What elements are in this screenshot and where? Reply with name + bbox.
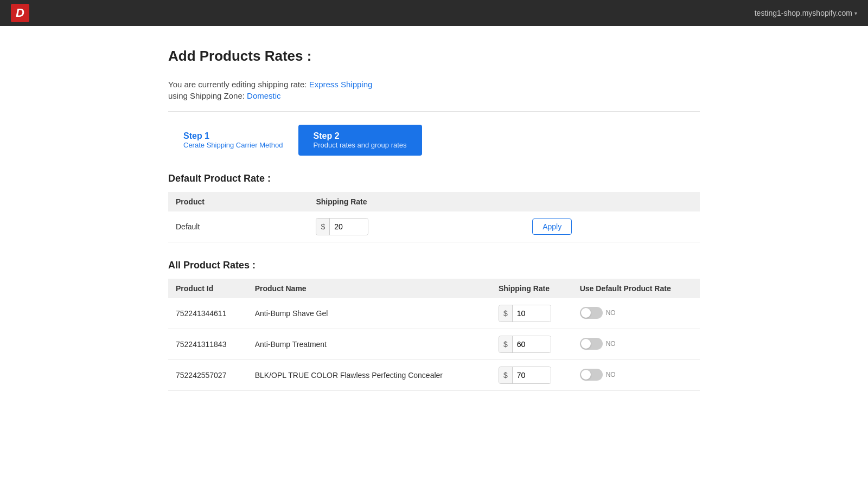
subtitle-rate-line: You are currently editing shipping rate:… <box>168 80 700 89</box>
toggle-state-label: no <box>606 309 616 317</box>
default-row-label: Default <box>168 211 308 242</box>
toggle-knob <box>581 370 591 380</box>
product-rate-input-cell: $ <box>491 329 572 360</box>
use-default-cell: no <box>572 329 700 360</box>
product-rate-input[interactable] <box>513 336 551 352</box>
product-id-cell: 752241344611 <box>168 298 247 329</box>
use-default-cell: no <box>572 360 700 391</box>
express-shipping-link[interactable]: Express Shipping <box>309 80 373 89</box>
store-selector[interactable]: testing1-shop.myshopify.com ▾ <box>755 9 857 17</box>
col-header-action <box>525 192 700 211</box>
section-divider <box>168 111 700 112</box>
use-default-toggle[interactable] <box>580 369 603 381</box>
product-id-cell: 752242557027 <box>168 360 247 391</box>
col-header-product-id: Product Id <box>168 279 247 298</box>
all-product-rates-table: Product Id Product Name Shipping Rate Us… <box>168 279 700 391</box>
domestic-zone-link[interactable]: Domestic <box>247 91 281 100</box>
col-header-use-default: Use Default Product Rate <box>572 279 700 298</box>
table-row: 752241344611 Anti-Bump Shave Gel $ no <box>168 298 700 329</box>
default-rate-row: Default $ Apply <box>168 211 700 242</box>
toggle-state-label: no <box>606 371 616 378</box>
use-default-toggle[interactable] <box>580 338 603 350</box>
apply-button[interactable]: Apply <box>532 219 572 235</box>
step2-button[interactable]: Step 2 Product rates and group rates <box>298 125 422 156</box>
use-default-toggle[interactable] <box>580 307 603 319</box>
step2-desc: Product rates and group rates <box>314 141 407 149</box>
product-name-cell: Anti-Bump Treatment <box>247 329 491 360</box>
main-content: Add Products Rates : You are currently e… <box>136 26 732 430</box>
col-header-shipping-rate: Shipping Rate <box>308 192 525 211</box>
dollar-sign-icon: $ <box>499 305 513 322</box>
product-name-cell: Anti-Bump Shave Gel <box>247 298 491 329</box>
table-row: 752242557027 BLK/OPL TRUE COLOR Flawless… <box>168 360 700 391</box>
step1-desc: Cerate Shipping Carrier Method <box>183 141 283 149</box>
product-rate-input-cell: $ <box>491 298 572 329</box>
product-name-cell: BLK/OPL TRUE COLOR Flawless Perfecting C… <box>247 360 491 391</box>
dollar-sign-icon: $ <box>316 219 330 235</box>
default-rate-input[interactable] <box>330 219 368 235</box>
toggle-knob <box>581 339 591 349</box>
logo-letter: D <box>16 7 24 19</box>
store-name: testing1-shop.myshopify.com <box>755 9 852 17</box>
subtitle-zone-line: using Shipping Zone: Domestic <box>168 91 700 100</box>
dollar-sign-icon: $ <box>499 367 513 383</box>
step1-label: Step 1 <box>183 131 283 141</box>
subtitle-rate-text: You are currently editing shipping rate: <box>168 80 307 89</box>
col-header-product: Product <box>168 192 308 211</box>
steps-row: Step 1 Cerate Shipping Carrier Method St… <box>168 125 700 156</box>
default-rate-apply-cell: Apply <box>525 211 700 242</box>
subtitle-zone-text: using Shipping Zone: <box>168 91 245 100</box>
product-rate-dollar-input[interactable]: $ <box>499 336 551 353</box>
default-rate-dollar-input[interactable]: $ <box>316 218 368 235</box>
use-default-toggle-wrap: no <box>580 369 616 381</box>
product-rate-input[interactable] <box>513 305 551 322</box>
toggle-knob <box>581 308 591 318</box>
product-rate-input[interactable] <box>513 367 551 383</box>
chevron-down-icon: ▾ <box>854 10 857 16</box>
product-rate-dollar-input[interactable]: $ <box>499 305 551 322</box>
use-default-toggle-wrap: no <box>580 307 616 319</box>
step1-button[interactable]: Step 1 Cerate Shipping Carrier Method <box>168 125 298 156</box>
dollar-sign-icon: $ <box>499 336 513 352</box>
logo-box: D <box>11 4 29 22</box>
logo-area: D <box>11 4 29 22</box>
col-header-shipping-rate-2: Shipping Rate <box>491 279 572 298</box>
default-rate-table: Product Shipping Rate Default $ Apply <box>168 192 700 242</box>
use-default-toggle-wrap: no <box>580 338 616 350</box>
default-rate-section-title: Default Product Rate : <box>168 173 700 184</box>
product-rate-dollar-input[interactable]: $ <box>499 367 551 384</box>
toggle-state-label: no <box>606 340 616 348</box>
top-navigation: D testing1-shop.myshopify.com ▾ <box>0 0 868 26</box>
use-default-cell: no <box>572 298 700 329</box>
page-title: Add Products Rates : <box>168 48 700 65</box>
product-id-cell: 752241311843 <box>168 329 247 360</box>
all-product-rates-section-title: All Product Rates : <box>168 260 700 271</box>
product-rate-input-cell: $ <box>491 360 572 391</box>
default-rate-input-cell: $ <box>308 211 525 242</box>
step2-label: Step 2 <box>314 131 407 141</box>
table-row: 752241311843 Anti-Bump Treatment $ no <box>168 329 700 360</box>
col-header-product-name: Product Name <box>247 279 491 298</box>
